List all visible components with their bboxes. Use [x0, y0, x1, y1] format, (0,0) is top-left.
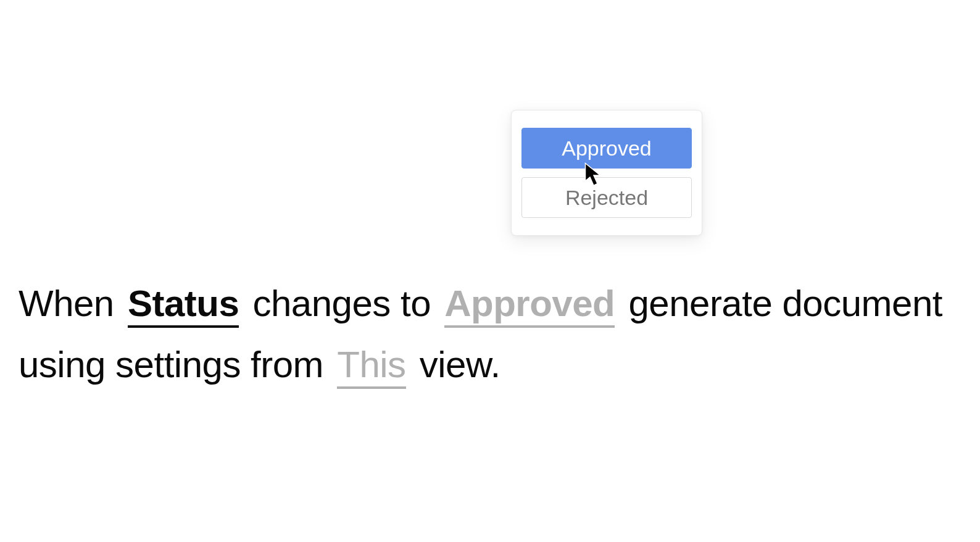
- field-token-status[interactable]: Status: [128, 283, 239, 328]
- sentence-text-changes-to: changes to: [252, 283, 441, 324]
- sentence-text-when: When: [19, 283, 124, 324]
- sentence-text-view: view.: [420, 344, 500, 385]
- dropdown-option-rejected[interactable]: Rejected: [521, 177, 692, 218]
- status-dropdown-panel: Approved Rejected: [511, 110, 702, 236]
- view-token-this[interactable]: This: [337, 344, 405, 389]
- dropdown-option-approved[interactable]: Approved: [521, 128, 692, 169]
- value-token-approved[interactable]: Approved: [444, 283, 615, 328]
- rule-sentence: When Status changes to Approved generate…: [19, 273, 961, 395]
